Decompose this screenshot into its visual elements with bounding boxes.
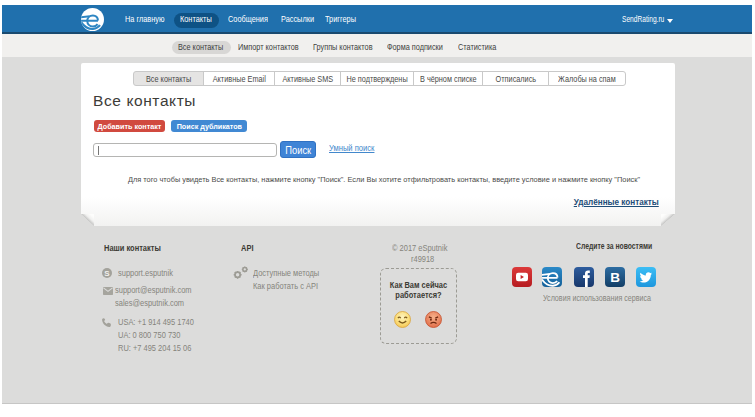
svg-text:S: S <box>104 269 110 278</box>
svg-text:В: В <box>610 270 620 285</box>
